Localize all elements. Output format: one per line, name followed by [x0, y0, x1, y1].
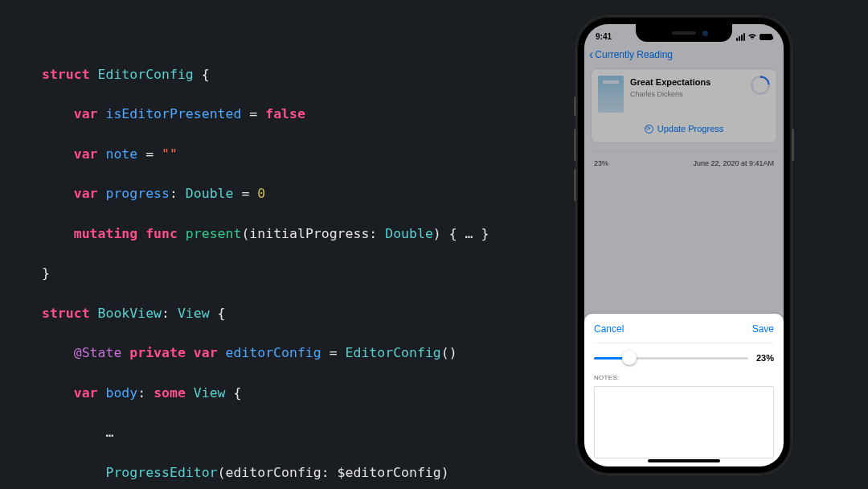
code-line: struct BookView: View {	[42, 304, 489, 324]
code-editor: struct EditorConfig { var isEditorPresen…	[42, 45, 489, 489]
code-line: mutating func present(initialProgress: D…	[42, 224, 489, 244]
code-line: var progress: Double = 0	[42, 184, 489, 204]
code-line: struct EditorConfig {	[42, 65, 489, 85]
code-line: @State private var editorConfig = Editor…	[42, 343, 489, 364]
code-line: var isEditorPresented = false	[42, 105, 489, 125]
phone-notch	[636, 24, 732, 42]
progress-slider[interactable]	[594, 357, 748, 360]
code-line: var body: some View {	[42, 384, 489, 404]
slider-knob[interactable]	[622, 351, 637, 365]
code-line: var note = ""	[42, 145, 489, 165]
slider-value: 23%	[756, 351, 774, 365]
code-line: }	[42, 264, 489, 284]
phone-side-button	[792, 129, 794, 161]
code-line: …	[42, 423, 489, 443]
progress-editor-sheet: Cancel Save 23% NOTES:	[584, 314, 784, 466]
notes-label: NOTES:	[594, 373, 774, 383]
notes-text-editor[interactable]	[594, 386, 774, 459]
phone-frame: 9:41 ‹ Currently Reading Great Expectati…	[576, 16, 792, 475]
phone-volume-down	[574, 169, 576, 201]
phone-volume-up	[574, 129, 576, 161]
cancel-button[interactable]: Cancel	[594, 322, 624, 336]
home-indicator[interactable]	[648, 459, 720, 462]
phone-mute-switch	[574, 97, 576, 116]
save-button[interactable]: Save	[752, 322, 774, 336]
code-line: ProgressEditor(editorConfig: $editorConf…	[42, 463, 489, 483]
phone-screen: 9:41 ‹ Currently Reading Great Expectati…	[584, 24, 784, 466]
